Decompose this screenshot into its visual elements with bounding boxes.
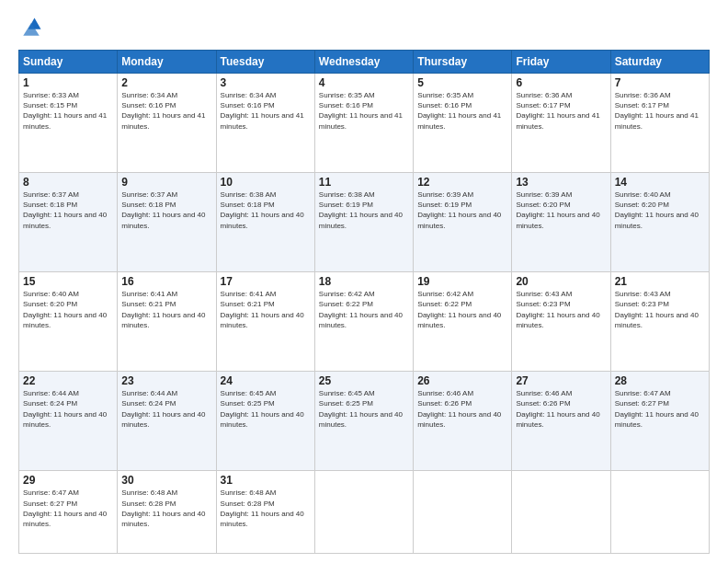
day-number: 29 (23, 474, 113, 487)
week-row-5: 29Sunrise: 6:47 AMSunset: 6:27 PMDayligh… (19, 471, 710, 554)
day-info: Sunrise: 6:36 AMSunset: 6:17 PMDaylight:… (615, 91, 699, 131)
day-cell-3: 3Sunrise: 6:34 AMSunset: 6:16 PMDaylight… (216, 74, 314, 173)
day-info: Sunrise: 6:41 AMSunset: 6:21 PMDaylight:… (121, 290, 205, 329)
day-cell-5: 5Sunrise: 6:35 AMSunset: 6:16 PMDaylight… (414, 74, 512, 173)
day-info: Sunrise: 6:34 AMSunset: 6:16 PMDaylight:… (121, 91, 205, 131)
day-cell-15: 15Sunrise: 6:40 AMSunset: 6:20 PMDayligh… (19, 272, 118, 372)
day-number: 18 (319, 275, 409, 288)
day-cell-24: 24Sunrise: 6:45 AMSunset: 6:25 PMDayligh… (216, 372, 314, 471)
day-info: Sunrise: 6:38 AMSunset: 6:18 PMDaylight:… (221, 190, 304, 230)
week-row-1: 1Sunrise: 6:33 AMSunset: 6:15 PMDaylight… (19, 74, 710, 173)
day-number: 31 (221, 474, 311, 487)
day-number: 9 (121, 176, 211, 189)
day-cell-21: 21Sunrise: 6:43 AMSunset: 6:23 PMDayligh… (610, 272, 709, 372)
day-cell-23: 23Sunrise: 6:44 AMSunset: 6:24 PMDayligh… (118, 372, 216, 471)
day-info: Sunrise: 6:43 AMSunset: 6:23 PMDaylight:… (516, 290, 599, 329)
day-info: Sunrise: 6:40 AMSunset: 6:20 PMDaylight:… (615, 190, 699, 230)
day-info: Sunrise: 6:48 AMSunset: 6:28 PMDaylight:… (121, 488, 205, 528)
day-number: 11 (319, 176, 409, 189)
day-cell-13: 13Sunrise: 6:39 AMSunset: 6:20 PMDayligh… (512, 173, 610, 272)
weekday-header-saturday: Saturday (610, 51, 709, 74)
day-cell-8: 8Sunrise: 6:37 AMSunset: 6:18 PMDaylight… (19, 173, 118, 272)
day-number: 25 (319, 374, 409, 387)
day-number: 30 (121, 474, 211, 487)
day-info: Sunrise: 6:46 AMSunset: 6:26 PMDaylight:… (516, 389, 599, 429)
day-number: 15 (23, 275, 113, 288)
day-info: Sunrise: 6:44 AMSunset: 6:24 PMDaylight:… (23, 389, 107, 429)
day-cell-14: 14Sunrise: 6:40 AMSunset: 6:20 PMDayligh… (610, 173, 709, 272)
day-number: 19 (417, 275, 507, 288)
day-info: Sunrise: 6:37 AMSunset: 6:18 PMDaylight:… (121, 190, 205, 230)
day-cell-28: 28Sunrise: 6:47 AMSunset: 6:27 PMDayligh… (610, 372, 709, 471)
day-info: Sunrise: 6:47 AMSunset: 6:27 PMDaylight:… (615, 389, 699, 429)
day-info: Sunrise: 6:35 AMSunset: 6:16 PMDaylight:… (417, 91, 501, 131)
day-info: Sunrise: 6:46 AMSunset: 6:26 PMDaylight:… (417, 389, 501, 429)
day-number: 8 (23, 176, 113, 189)
day-info: Sunrise: 6:40 AMSunset: 6:20 PMDaylight:… (23, 290, 107, 329)
week-row-4: 22Sunrise: 6:44 AMSunset: 6:24 PMDayligh… (19, 372, 710, 471)
day-number: 3 (221, 76, 311, 89)
day-info: Sunrise: 6:47 AMSunset: 6:27 PMDaylight:… (23, 488, 107, 528)
weekday-header-monday: Monday (118, 51, 216, 74)
weekday-header-tuesday: Tuesday (216, 51, 314, 74)
weekday-header-thursday: Thursday (414, 51, 512, 74)
day-number: 1 (23, 76, 113, 89)
day-cell-7: 7Sunrise: 6:36 AMSunset: 6:17 PMDaylight… (610, 74, 709, 173)
empty-cell (610, 471, 709, 554)
day-cell-27: 27Sunrise: 6:46 AMSunset: 6:26 PMDayligh… (512, 372, 610, 471)
day-number: 14 (615, 176, 705, 189)
day-cell-2: 2Sunrise: 6:34 AMSunset: 6:16 PMDaylight… (118, 74, 216, 173)
day-cell-10: 10Sunrise: 6:38 AMSunset: 6:18 PMDayligh… (216, 173, 314, 272)
day-cell-4: 4Sunrise: 6:35 AMSunset: 6:16 PMDaylight… (314, 74, 413, 173)
empty-cell (314, 471, 413, 554)
empty-cell (512, 471, 610, 554)
day-cell-9: 9Sunrise: 6:37 AMSunset: 6:18 PMDaylight… (118, 173, 216, 272)
day-number: 24 (221, 374, 311, 387)
day-cell-25: 25Sunrise: 6:45 AMSunset: 6:25 PMDayligh… (314, 372, 413, 471)
empty-cell (414, 471, 512, 554)
day-info: Sunrise: 6:48 AMSunset: 6:28 PMDaylight:… (221, 488, 304, 528)
day-cell-18: 18Sunrise: 6:42 AMSunset: 6:22 PMDayligh… (314, 272, 413, 372)
day-info: Sunrise: 6:42 AMSunset: 6:22 PMDaylight:… (417, 290, 501, 329)
day-number: 13 (516, 176, 606, 189)
day-info: Sunrise: 6:42 AMSunset: 6:22 PMDaylight:… (319, 290, 403, 329)
day-cell-30: 30Sunrise: 6:48 AMSunset: 6:28 PMDayligh… (118, 471, 216, 554)
day-cell-22: 22Sunrise: 6:44 AMSunset: 6:24 PMDayligh… (19, 372, 118, 471)
day-number: 2 (121, 76, 211, 89)
day-number: 17 (221, 275, 311, 288)
day-number: 27 (516, 374, 606, 387)
day-number: 4 (319, 76, 409, 89)
day-cell-11: 11Sunrise: 6:38 AMSunset: 6:19 PMDayligh… (314, 173, 413, 272)
logo-icon (18, 15, 44, 40)
day-number: 7 (615, 76, 705, 89)
day-info: Sunrise: 6:37 AMSunset: 6:18 PMDaylight:… (23, 190, 107, 230)
day-cell-20: 20Sunrise: 6:43 AMSunset: 6:23 PMDayligh… (512, 272, 610, 372)
day-cell-17: 17Sunrise: 6:41 AMSunset: 6:21 PMDayligh… (216, 272, 314, 372)
day-info: Sunrise: 6:35 AMSunset: 6:16 PMDaylight:… (319, 91, 403, 131)
day-number: 26 (417, 374, 507, 387)
day-number: 12 (417, 176, 507, 189)
week-row-3: 15Sunrise: 6:40 AMSunset: 6:20 PMDayligh… (19, 272, 710, 372)
day-number: 21 (615, 275, 705, 288)
weekday-header-wednesday: Wednesday (314, 51, 413, 74)
day-info: Sunrise: 6:38 AMSunset: 6:19 PMDaylight:… (319, 190, 403, 230)
day-number: 16 (121, 275, 211, 288)
day-cell-1: 1Sunrise: 6:33 AMSunset: 6:15 PMDaylight… (19, 74, 118, 173)
weekday-header-row: SundayMondayTuesdayWednesdayThursdayFrid… (19, 51, 710, 74)
day-cell-19: 19Sunrise: 6:42 AMSunset: 6:22 PMDayligh… (414, 272, 512, 372)
week-row-2: 8Sunrise: 6:37 AMSunset: 6:18 PMDaylight… (19, 173, 710, 272)
day-info: Sunrise: 6:34 AMSunset: 6:16 PMDaylight:… (221, 91, 304, 131)
day-number: 10 (221, 176, 311, 189)
day-number: 22 (23, 374, 113, 387)
day-info: Sunrise: 6:36 AMSunset: 6:17 PMDaylight:… (516, 91, 599, 131)
weekday-header-sunday: Sunday (19, 51, 118, 74)
day-info: Sunrise: 6:33 AMSunset: 6:15 PMDaylight:… (23, 91, 107, 131)
weekday-header-friday: Friday (512, 51, 610, 74)
day-info: Sunrise: 6:45 AMSunset: 6:25 PMDaylight:… (319, 389, 403, 429)
day-info: Sunrise: 6:41 AMSunset: 6:21 PMDaylight:… (221, 290, 304, 329)
day-cell-29: 29Sunrise: 6:47 AMSunset: 6:27 PMDayligh… (19, 471, 118, 554)
day-info: Sunrise: 6:39 AMSunset: 6:19 PMDaylight:… (417, 190, 501, 230)
day-info: Sunrise: 6:39 AMSunset: 6:20 PMDaylight:… (516, 190, 599, 230)
day-cell-6: 6Sunrise: 6:36 AMSunset: 6:17 PMDaylight… (512, 74, 610, 173)
day-number: 6 (516, 76, 606, 89)
